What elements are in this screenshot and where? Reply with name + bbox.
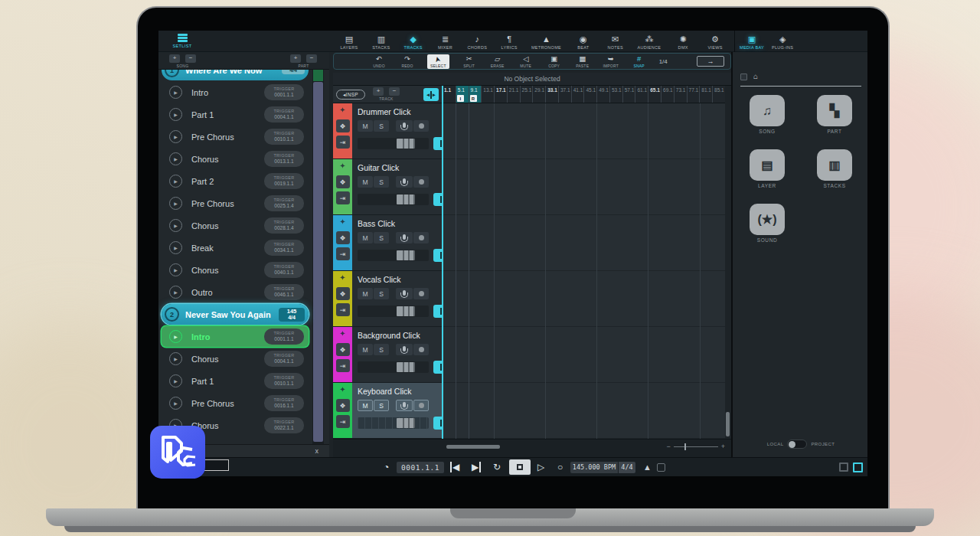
record-button[interactable]: ○ [557, 462, 563, 472]
zoom-in-button[interactable]: + [721, 443, 725, 450]
track-header[interactable]: ✦ ❖ ⇥ Guitar Click M S [333, 159, 443, 215]
record-enable-button[interactable] [413, 344, 429, 355]
track-lane[interactable] [443, 271, 725, 327]
part-play-icon[interactable]: ▶ [169, 330, 182, 343]
main-tab[interactable]: ¶ LYRICS [499, 34, 519, 50]
monitor-button[interactable] [396, 176, 413, 188]
fullscreen-mode-icon[interactable] [853, 462, 863, 472]
volume-slider-handle[interactable] [397, 139, 415, 149]
remove-track-button[interactable]: − [389, 87, 400, 96]
part-play-icon[interactable]: ▶ [169, 352, 182, 365]
part-play-icon[interactable]: ▶ [169, 175, 182, 188]
media-bay-tile[interactable]: ▚ PART [814, 95, 855, 134]
sparkle-icon[interactable]: ✦ [339, 385, 345, 396]
mute-button[interactable]: M [358, 120, 373, 132]
volume-slider[interactable] [358, 194, 429, 205]
vertical-scrollbar[interactable] [726, 412, 730, 436]
mute-button[interactable]: M [358, 400, 373, 411]
track-lane[interactable] [443, 215, 725, 271]
playhead-cursor[interactable] [442, 86, 443, 439]
main-tab[interactable]: ▲ METRONOME [531, 34, 561, 50]
record-enable-button[interactable] [413, 120, 429, 132]
input-routing-icon[interactable]: ⇥ [336, 303, 350, 316]
track-name[interactable]: Guitar Click [358, 163, 399, 172]
sparkle-icon[interactable]: ✦ [339, 106, 345, 116]
setlist-part-row[interactable]: ▶ Chorus TRIGGER 0028.1.4 [162, 215, 309, 236]
add-track-button[interactable]: + [373, 87, 384, 96]
time-signature-display[interactable]: 4/4 [619, 462, 635, 473]
volume-slider[interactable] [358, 138, 429, 149]
track-header[interactable]: ✦ ❖ ⇥ Keyboard Click M S [333, 383, 443, 439]
tempo-display[interactable]: 145.000 BPM [570, 462, 618, 473]
main-tab[interactable]: ≣ MIXER [435, 34, 455, 50]
mute-button[interactable]: M [358, 344, 373, 355]
volume-slider[interactable] [358, 250, 429, 261]
metronome-toggle[interactable]: ▲ [643, 462, 652, 472]
part-play-icon[interactable]: ▶ [169, 197, 182, 210]
setlist-part-row[interactable]: ▶ Outro TRIGGER 0046.1.1 [162, 282, 309, 302]
track-name[interactable]: Drummer Click [358, 107, 410, 116]
setlist-song-row[interactable]: 2 Never Saw You Again 145 4/4 [162, 304, 309, 325]
zoom-slider[interactable] [674, 446, 718, 447]
part-play-icon[interactable]: ▶ [169, 152, 182, 165]
monitor-button[interactable] [396, 232, 413, 243]
setlist-part-row[interactable]: ▶ Pre Chorus TRIGGER 0010.1.1 [162, 126, 309, 147]
arrangement-timeline[interactable] [443, 103, 725, 439]
setlist-tab[interactable]: SETLIST [163, 32, 201, 48]
main-tab[interactable]: ◉ BEAT [573, 34, 593, 50]
solo-button[interactable]: S [374, 120, 389, 132]
record-enable-button[interactable] [413, 232, 429, 243]
track-size-tool-icon[interactable] [423, 88, 439, 101]
tag-icon[interactable]: ❖ [336, 287, 350, 300]
close-button[interactable]: x [315, 447, 319, 455]
main-tab[interactable]: ◆ TRACKS [403, 34, 423, 50]
setlist-part-row[interactable]: ▶ Part 2 TRIGGER 0019.1.1 [162, 171, 309, 191]
add-part-button[interactable]: + [290, 54, 301, 63]
main-tab[interactable]: ✉ NOTES [606, 34, 626, 50]
record-enable-button[interactable] [413, 288, 429, 299]
monitor-button[interactable] [396, 344, 413, 355]
media-bay-tile[interactable]: ▤ LAYER [746, 149, 788, 188]
zoom-out-button[interactable]: − [666, 443, 670, 450]
setlist-part-row[interactable]: ▶ Chorus TRIGGER 0040.1.1 [162, 260, 309, 280]
track-header[interactable]: ✦ ❖ ⇥ Drummer Click M S [333, 103, 443, 159]
setlist-scrollbar-thumb[interactable] [313, 82, 323, 442]
home-icon[interactable]: ⌂ [753, 73, 758, 80]
remove-song-button[interactable]: − [185, 54, 196, 63]
filter-checkbox[interactable] [740, 74, 747, 80]
forward-button[interactable]: → [697, 56, 724, 67]
part-play-icon[interactable]: ▶ [169, 397, 182, 410]
track-name[interactable]: Keyboard Click [358, 387, 412, 396]
edit-tool[interactable]: ↶ UNDO [371, 55, 387, 68]
go-to-start-button[interactable]: ◀ [450, 462, 459, 472]
add-song-button[interactable]: + [169, 54, 180, 63]
mute-button[interactable]: M [358, 232, 373, 243]
media-bay-tile[interactable]: ♫ SONG [746, 95, 788, 134]
volume-slider-handle[interactable] [397, 306, 415, 316]
track-header[interactable]: ✦ ❖ ⇥ Vocals Click M S [333, 271, 443, 327]
sparkle-icon[interactable]: ✦ [339, 162, 345, 172]
timeline-ruler[interactable]: 1.1 5.1 I 9.1 R 13.1 [443, 86, 725, 103]
setlist-part-row[interactable]: ▶ Intro TRIGGER 0001.1.1 [162, 82, 309, 103]
edit-tool[interactable]: ➤ SELECT [427, 54, 449, 69]
track-lane[interactable] [443, 103, 725, 159]
locator-marker[interactable]: I [457, 95, 464, 102]
panel-tab[interactable]: ▣ MEDIA BAY [740, 34, 764, 50]
part-play-icon[interactable]: ▶ [169, 286, 182, 299]
monitor-button[interactable] [396, 120, 413, 132]
part-play-icon[interactable]: ▶ [169, 108, 182, 121]
track-lane[interactable] [443, 159, 725, 215]
scope-toggle-knob[interactable] [789, 441, 795, 448]
sparkle-icon[interactable]: ✦ [339, 273, 345, 284]
track-name[interactable]: Background Click [358, 331, 420, 340]
part-play-icon[interactable]: ▶ [169, 219, 182, 232]
main-tab[interactable]: ♪ CHORDS [467, 34, 487, 50]
setlist-part-row[interactable]: ▶ Pre Chorus TRIGGER 0025.1.4 [162, 193, 309, 214]
part-play-icon[interactable]: ▶ [169, 130, 182, 143]
part-play-icon[interactable]: ▶ [169, 241, 182, 254]
main-tab[interactable]: ⁂ AUDIENCE [638, 34, 662, 50]
solo-button[interactable]: S [374, 176, 389, 188]
tag-icon[interactable]: ❖ [336, 119, 350, 132]
edit-tool[interactable]: ▣ COPY [546, 55, 563, 68]
record-enable-button[interactable] [413, 400, 429, 411]
